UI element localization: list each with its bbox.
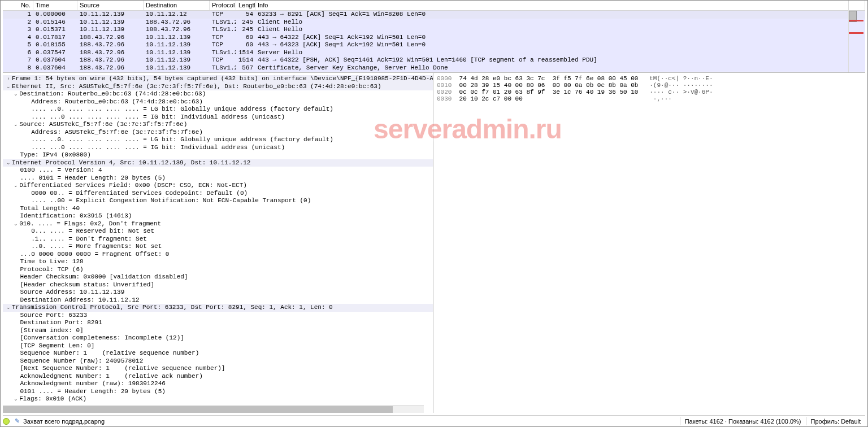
tree-ip[interactable]: ⌄Internet Protocol Version 4, Src: 10.11…: [3, 159, 433, 167]
chevron-down-icon[interactable]: ⌄: [5, 83, 12, 91]
tree-item[interactable]: .... 0101 = Header Length: 20 bytes (5): [3, 175, 433, 182]
packet-list-header: No. Time Source Destination Protocol Len…: [3, 1, 865, 11]
packet-row[interactable]: 20.01514610.11.12.139188.43.72.96TLSv1.2…: [3, 19, 865, 27]
scrollbar-thumb[interactable]: [3, 406, 393, 413]
packet-row[interactable]: 40.017817188.43.72.9610.11.12.139TCP6044…: [3, 34, 865, 42]
scrollbar-mark: [849, 20, 863, 21]
tree-item[interactable]: Address: Routerbo_e0:bc:63 (74:4d:28:e0:…: [3, 98, 433, 106]
packet-row[interactable]: 10.00000010.11.12.13910.11.12.12TCP54632…: [3, 11, 865, 19]
chevron-down-icon[interactable]: ⌄: [5, 304, 12, 312]
tree-item[interactable]: Sequence Number (raw): 2409578012: [3, 358, 433, 365]
packet-bytes-pane[interactable]: 0000 74 4d 28 e0 bc 63 3c 7c 3f f5 7f 6e…: [433, 73, 865, 413]
tree-item[interactable]: Header Checksum: 0x0000 [validation disa…: [3, 273, 433, 281]
tree-item[interactable]: .... ..0. .... .... .... .... = LG bit: …: [3, 136, 433, 144]
tree-item[interactable]: ⌄Destination: Routerbo_e0:bc:63 (74:4d:2…: [3, 90, 433, 98]
tree-item[interactable]: .... ..0. .... .... .... .... = LG bit: …: [3, 106, 433, 114]
col-time[interactable]: Time: [33, 1, 77, 10]
tree-item[interactable]: 0... .... = Reserved bit: Not set: [3, 228, 433, 236]
packet-row[interactable]: 50.018155188.43.72.9610.11.12.139TCP6044…: [3, 41, 865, 49]
detail-h-scrollbar[interactable]: [3, 405, 424, 413]
scrollbar-mark: [849, 32, 863, 34]
hex-line[interactable]: 0010 00 28 39 15 40 00 80 06 00 00 0a 0b…: [437, 82, 862, 89]
tree-item[interactable]: [Header checksum status: Unverified]: [3, 281, 433, 289]
tree-item[interactable]: Acknowledgment number (raw): 1983912246: [3, 380, 433, 388]
packet-row[interactable]: 60.037547188.43.72.9610.11.12.139TLSv1.2…: [3, 49, 865, 57]
tree-item[interactable]: ⌄010. .... = Flags: 0x2, Don't fragment: [3, 220, 433, 228]
tree-item[interactable]: 0000 00.. = Differentiated Services Code…: [3, 190, 433, 198]
tree-item[interactable]: Time to Live: 128: [3, 258, 433, 266]
tree-item[interactable]: [Conversation completeness: Incomplete (…: [3, 334, 433, 342]
chevron-down-icon[interactable]: ⌄: [12, 220, 19, 228]
tree-item[interactable]: ...0 0000 0000 0000 = Fragment Offset: 0: [3, 251, 433, 259]
tree-item[interactable]: ⌄Flags: 0x010 (ACK): [3, 395, 433, 403]
packet-detail-pane[interactable]: ›Frame 1: 54 bytes on wire (432 bits), 5…: [3, 73, 433, 413]
packet-list-body[interactable]: 10.00000010.11.12.13910.11.12.12TCP54632…: [3, 11, 865, 72]
capture-status-icon: [3, 418, 10, 425]
tree-item[interactable]: Type: IPv4 (0x0800): [3, 151, 433, 159]
tree-item[interactable]: 0100 .... = Version: 4: [3, 167, 433, 175]
packet-list-scrollbar[interactable]: [848, 1, 863, 73]
packet-row[interactable]: 30.01537110.11.12.139188.43.72.96TLSv1.2…: [3, 26, 865, 34]
status-bar: ✎ Захват всего подряд.pcapng Пакеты: 416…: [3, 415, 865, 425]
tree-item[interactable]: [Next Sequence Number: 1 (relative seque…: [3, 365, 433, 373]
hex-line[interactable]: 0000 74 4d 28 e0 bc 63 3c 7c 3f f5 7f 6e…: [437, 75, 862, 82]
chevron-down-icon[interactable]: ⌄: [12, 395, 19, 403]
chevron-down-icon[interactable]: ⌄: [5, 159, 12, 167]
col-len[interactable]: Length: [236, 1, 255, 10]
status-profile[interactable]: Профиль: Default: [806, 417, 865, 425]
tree-item[interactable]: Identification: 0x3915 (14613): [3, 212, 433, 220]
hex-line[interactable]: 0020 0c 0c f7 01 20 63 8f 9f 3e 1c 76 40…: [437, 89, 862, 95]
tree-item[interactable]: [TCP Segment Len: 0]: [3, 342, 433, 350]
col-dst[interactable]: Destination: [144, 1, 210, 10]
tree-item[interactable]: ⌄Differentiated Services Field: 0x00 (DS…: [3, 182, 433, 190]
chevron-down-icon[interactable]: ⌄: [12, 182, 19, 190]
tree-item[interactable]: Destination Port: 8291: [3, 319, 433, 327]
hex-line[interactable]: 0030 20 10 2c c7 00 00 ·,···: [437, 95, 862, 102]
tree-tcp[interactable]: ⌄Transmission Control Protocol, Src Port…: [3, 304, 433, 312]
col-info[interactable]: Info: [255, 1, 865, 10]
tree-ethernet[interactable]: ⌄Ethernet II, Src: ASUSTekC_f5:7f:6e (3c…: [3, 83, 433, 91]
status-file: Захват всего подряд.pcapng: [23, 418, 105, 425]
tree-frame[interactable]: ›Frame 1: 54 bytes on wire (432 bits), 5…: [3, 75, 433, 83]
tree-item[interactable]: .... ...0 .... .... .... .... = IG bit: …: [3, 144, 433, 152]
col-no[interactable]: No.: [3, 1, 33, 10]
packet-row[interactable]: 70.037604188.43.72.9610.11.12.139TCP1514…: [3, 56, 865, 64]
tree-item[interactable]: .... ..00 = Explicit Congestion Notifica…: [3, 197, 433, 205]
tree-item[interactable]: Acknowledgment Number: 1 (relative ack n…: [3, 373, 433, 381]
tree-item[interactable]: Source Port: 63233: [3, 312, 433, 320]
expert-info-icon[interactable]: ✎: [13, 417, 21, 425]
tree-item[interactable]: Sequence Number: 1 (relative sequence nu…: [3, 350, 433, 358]
chevron-right-icon[interactable]: ›: [5, 75, 12, 83]
status-packets: Пакеты: 4162 · Показаны: 4162 (100.0%): [680, 417, 806, 425]
tree-item[interactable]: ⌄Source: ASUSTekC_f5:7f:6e (3c:7c:3f:f5:…: [3, 121, 433, 129]
tree-item[interactable]: 0101 .... = Header Length: 20 bytes (5): [3, 388, 433, 396]
tree-item[interactable]: Address: ASUSTekC_f5:7f:6e (3c:7c:3f:f5:…: [3, 129, 433, 137]
tree-item[interactable]: ..0. .... = More fragments: Not set: [3, 243, 433, 251]
tree-item[interactable]: [Stream index: 0]: [3, 327, 433, 335]
tree-item[interactable]: Total Length: 40: [3, 205, 433, 213]
col-src[interactable]: Source: [77, 1, 144, 10]
tree-item[interactable]: .... ...0 .... .... .... .... = IG bit: …: [3, 114, 433, 121]
tree-item[interactable]: Destination Address: 10.11.12.12: [3, 297, 433, 304]
tree-item[interactable]: Source Address: 10.11.12.139: [3, 289, 433, 297]
tree-item[interactable]: Protocol: TCP (6): [3, 266, 433, 274]
col-proto[interactable]: Protocol: [210, 1, 236, 10]
tree-item[interactable]: .1.. .... = Don't fragment: Set: [3, 236, 433, 243]
chevron-down-icon[interactable]: ⌄: [12, 121, 19, 129]
packet-list-pane[interactable]: No. Time Source Destination Protocol Len…: [3, 1, 865, 73]
chevron-down-icon[interactable]: ⌄: [12, 90, 19, 98]
packet-row[interactable]: 80.037604188.43.72.9610.11.12.139TLSv1.2…: [3, 64, 865, 72]
